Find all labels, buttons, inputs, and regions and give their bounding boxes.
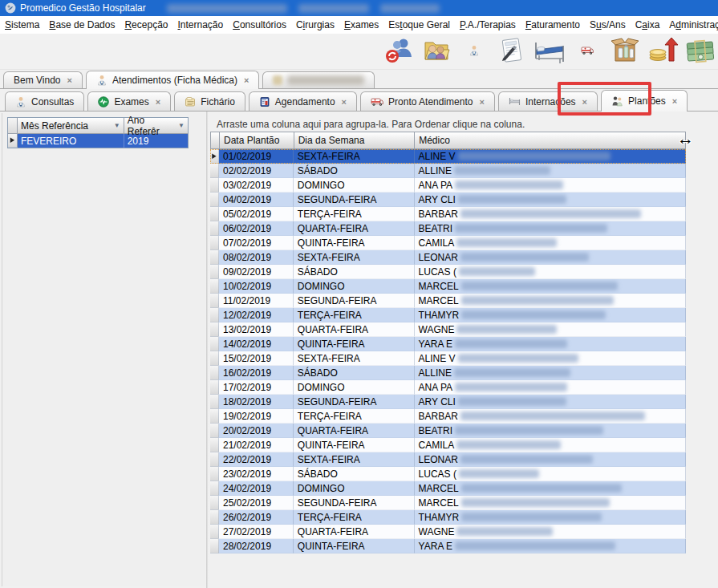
medico-cell: MARCEL	[415, 496, 686, 510]
close-tab-icon[interactable]: ×	[582, 97, 587, 107]
plantao-row-15[interactable]: 15/02/2019SEXTA-FEIRAALINE V	[210, 351, 686, 366]
month-reference-grid[interactable]: Mês Referência ▼ Ano Referêr ▼ ▶ FEVEREI…	[7, 117, 189, 148]
row-indicator-cell: ▶	[210, 149, 219, 164]
medico-cell: CAMILA	[415, 438, 686, 452]
row-indicator-cell	[210, 193, 219, 207]
subtab-exames[interactable]: Exames×	[87, 91, 171, 111]
toolbar-pharmacy-stock-button[interactable]	[608, 35, 642, 68]
plantoes-grid[interactable]: Data Plantão Dia da Semana Médico ▶01/02…	[210, 132, 686, 554]
subtab-agendamento[interactable]: Agendamento×	[249, 91, 357, 111]
menu-faturamento[interactable]: Faturamento	[521, 17, 585, 33]
close-tab-icon[interactable]: ×	[67, 75, 71, 85]
plantao-row-08[interactable]: 08/02/2019SEXTA-FEIRALEONAR	[210, 250, 686, 265]
medico-cell: CAMILA	[415, 236, 686, 250]
toolbar-revenue-up-button[interactable]	[646, 35, 679, 68]
plantao-row-07[interactable]: 07/02/2019QUINTA-FEIRACAMILA	[210, 236, 686, 250]
plantao-row-22[interactable]: 22/02/2019SEXTA-FEIRALEONAR	[210, 452, 686, 467]
plantao-row-09[interactable]: 09/02/2019SÁBADOLUCAS (	[210, 265, 686, 279]
close-tab-icon[interactable]: ×	[672, 96, 677, 106]
pharmacy-stock-icon	[609, 35, 641, 68]
plantao-row-19[interactable]: 19/02/2019TERÇA-FEIRABARBAR	[210, 409, 686, 424]
close-tab-icon[interactable]: ×	[156, 97, 160, 107]
plantao-row-02[interactable]: 02/02/2019SÁBADOALLINE	[210, 164, 686, 178]
row-indicator-cell	[210, 409, 219, 424]
plantao-row-14[interactable]: 14/02/2019QUINTA-FEIRAYARA E	[210, 337, 686, 351]
plantao-row-01[interactable]: ▶01/02/2019SEXTA-FEIRAALINE V	[210, 149, 686, 164]
mes-referencia-value[interactable]: FEVEREIRO	[18, 134, 124, 148]
menu-internacao[interactable]: Internação	[172, 17, 228, 33]
column-header-ano-referencia[interactable]: Ano Referêr ▼	[124, 118, 188, 134]
menu-consultorios[interactable]: Consultórios	[228, 17, 291, 33]
column-header-dia-da-semana[interactable]: Dia da Semana	[294, 132, 415, 149]
reference-row-selected[interactable]: ▶ FEVEREIRO 2019	[8, 134, 188, 148]
filter-dropdown-icon[interactable]: ▼	[178, 122, 185, 129]
menu-p-a-terapias[interactable]: P.A./Terapias	[455, 17, 521, 33]
tab-atendimentos-ficha-medica[interactable]: Atendimentos (Ficha Médica)×	[86, 71, 260, 89]
redacted-tab-icon	[273, 75, 282, 85]
row-indicator-cell	[210, 424, 219, 438]
plantao-row-28[interactable]: 28/02/2019QUINTA-FEIRAYARA E	[210, 539, 686, 554]
menu-sistema[interactable]: Sistema	[0, 17, 44, 33]
column-header-medico[interactable]: Médico	[415, 132, 686, 149]
ano-referencia-value[interactable]: 2019	[124, 134, 188, 148]
row-indicator-cell	[210, 236, 219, 250]
plantao-row-11[interactable]: 11/02/2019SEGUNDA-FEIRAMARCEL	[210, 294, 686, 308]
tab-redacted[interactable]	[262, 71, 375, 88]
plantao-row-18[interactable]: 18/02/2019SEGUNDA-FEIRAARY CLI	[210, 395, 686, 409]
medico-redacted-name	[461, 513, 602, 521]
subtab-pronto-atendimento[interactable]: Pronto Atendimento×	[360, 91, 495, 111]
close-tab-icon[interactable]: ×	[244, 75, 249, 85]
menu-estoque-geral[interactable]: Estoque Geral	[383, 17, 455, 33]
plantao-row-12[interactable]: 12/02/2019TERÇA-FEIRATHAMYR	[210, 308, 686, 322]
medico-redacted-name	[460, 253, 589, 262]
toolbar-hospital-bed-button[interactable]	[533, 35, 566, 68]
plantao-row-10[interactable]: 10/02/2019DOMINGOMARCEL	[210, 279, 686, 294]
menu-base-de-dados[interactable]: Base de Dados	[44, 17, 120, 33]
plantao-row-05[interactable]: 05/02/2019TERÇA-FEIRABARBAR	[210, 207, 686, 221]
menu-caixa[interactable]: Caixa	[631, 17, 665, 33]
plantao-row-04[interactable]: 04/02/2019SEGUNDA-FEIRAARY CLI	[210, 193, 686, 207]
close-tab-icon[interactable]: ×	[479, 97, 484, 107]
toolbar-patients-folder-button[interactable]	[420, 35, 453, 68]
medico-redacted-name	[458, 397, 566, 406]
plantao-row-21[interactable]: 21/02/2019QUINTA-FEIRACAMILA	[210, 438, 686, 452]
toolbar-medical-record-button[interactable]	[495, 35, 529, 68]
plantao-row-03[interactable]: 03/02/2019DOMINGOANA PA	[210, 178, 686, 193]
close-tab-icon[interactable]: ×	[342, 97, 347, 107]
plantao-row-16[interactable]: 16/02/2019SÁBADOALLINE	[210, 366, 686, 380]
subtab-plantoes[interactable]: Plantões×	[601, 90, 688, 112]
plantao-row-17[interactable]: 17/02/2019DOMINGOANA PA	[210, 380, 686, 395]
plantoes-grid-body: ▶01/02/2019SEXTA-FEIRAALINE V02/02/2019S…	[210, 149, 686, 554]
menu-cirurgias[interactable]: Cirurgias	[291, 17, 339, 33]
medico-redacted-name	[455, 224, 607, 233]
plantao-row-24[interactable]: 24/02/2019DOMINGOMARCEL	[210, 481, 686, 496]
subtab-fichario[interactable]: Fichário	[174, 91, 245, 111]
plantao-row-06[interactable]: 06/02/2019QUARTA-FEIRABEATRI	[210, 221, 686, 236]
plantao-row-26[interactable]: 26/02/2019TERÇA-FEIRATHAMYR	[210, 510, 686, 525]
column-header-mes-referencia[interactable]: Mês Referência ▼	[18, 118, 124, 134]
toolbar-patients-sync-button[interactable]	[382, 35, 416, 68]
subtab-consultas[interactable]: Consultas	[5, 91, 84, 111]
dia-da-semana-cell: TERÇA-FEIRA	[294, 207, 415, 221]
menu-recepcao[interactable]: Recepção	[120, 17, 172, 33]
tab-label: Plantões	[628, 95, 666, 107]
title-bar: Promedico Gestão Hospitalar	[0, 0, 718, 16]
plantao-row-20[interactable]: 20/02/2019QUARTA-FEIRABEATRI	[210, 424, 686, 438]
toolbar-ambulance-button[interactable]	[570, 35, 604, 68]
group-by-hint[interactable]: Arraste uma coluna aqui para agrupa-la. …	[217, 119, 525, 130]
menu-sus-ans[interactable]: Sus/Ans	[585, 17, 631, 33]
filter-dropdown-icon[interactable]: ▼	[114, 122, 120, 129]
toolbar-doctor-button[interactable]	[457, 35, 491, 68]
plantao-row-13[interactable]: 13/02/2019QUARTA-FEIRAWAGNE	[210, 322, 686, 337]
plantao-row-27[interactable]: 27/02/2019QUARTA-FEIRAWAGNE	[210, 525, 686, 539]
menu-exames[interactable]: Exames	[339, 17, 383, 33]
subtab-internacoes[interactable]: Internações×	[498, 91, 598, 111]
tab-bem-vindo[interactable]: Bem Vindo×	[3, 71, 83, 88]
menu-administracao[interactable]: Administração	[664, 17, 718, 33]
toolbar-cash-button[interactable]	[684, 35, 717, 68]
panel-splitter[interactable]	[206, 112, 209, 588]
plantao-row-23[interactable]: 23/02/2019SÁBADOLUCAS (	[210, 467, 686, 481]
column-header-data-plantao[interactable]: Data Plantão	[220, 132, 294, 149]
plantao-row-25[interactable]: 25/02/2019SEGUNDA-FEIRAMARCEL	[210, 496, 686, 510]
hospital-bed-icon	[533, 36, 566, 67]
